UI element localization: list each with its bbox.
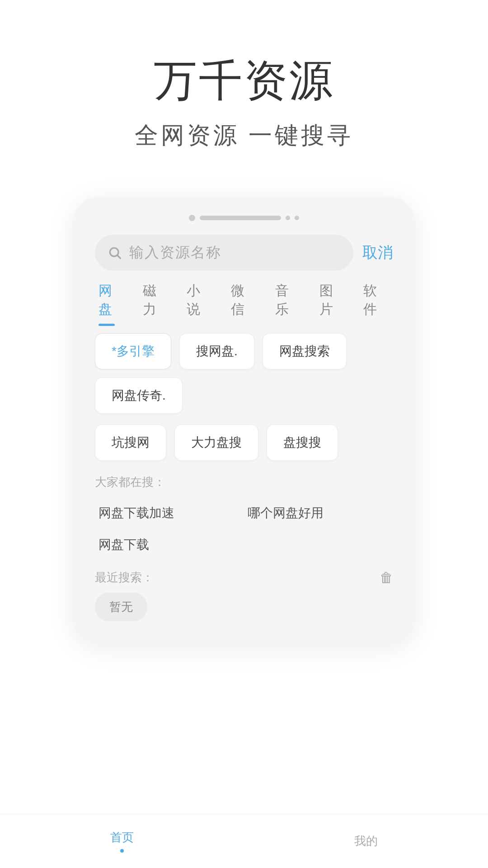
tab-cili[interactable]: 磁力 bbox=[143, 282, 169, 322]
bottom-nav: 首页 我的 bbox=[0, 814, 488, 868]
tab-weixin[interactable]: 微信 bbox=[231, 282, 257, 322]
popular-item-3[interactable] bbox=[244, 529, 393, 561]
search-input-wrap[interactable]: 输入资源名称 bbox=[95, 235, 353, 271]
status-dot-left bbox=[189, 215, 195, 221]
engine-btn-souwangpan[interactable]: 搜网盘. bbox=[179, 333, 254, 369]
popular-item-1[interactable]: 哪个网盘好用 bbox=[244, 497, 393, 529]
recent-header: 最近搜索： 🗑 bbox=[95, 570, 393, 585]
trash-icon[interactable]: 🗑 bbox=[380, 570, 393, 585]
engine-row-1: *多引擎 搜网盘. 网盘搜索 网盘传奇. bbox=[95, 333, 393, 414]
tab-active-indicator bbox=[99, 324, 115, 326]
engine-btn-multi[interactable]: *多引擎 bbox=[95, 333, 171, 369]
status-dot-mid bbox=[286, 216, 290, 220]
phone-top-bar bbox=[95, 215, 393, 221]
engine-row-2: 坑搜网 大力盘搜 盘搜搜 bbox=[95, 425, 393, 461]
engine-btn-pansousou[interactable]: 盘搜搜 bbox=[267, 425, 338, 461]
engine-btn-dalipansou[interactable]: 大力盘搜 bbox=[174, 425, 258, 461]
svg-line-1 bbox=[117, 255, 121, 259]
top-section: 万千资源 全网资源 一键搜寻 bbox=[0, 0, 488, 179]
sub-title: 全网资源 一键搜寻 bbox=[135, 120, 353, 151]
popular-item-2[interactable]: 网盘下载 bbox=[95, 529, 244, 561]
nav-home-active-dot bbox=[120, 849, 124, 853]
svg-point-0 bbox=[110, 248, 118, 257]
nav-profile-label: 我的 bbox=[354, 833, 378, 849]
category-tabs: 网盘 磁力 小说 微信 音乐 图片 软件 bbox=[95, 282, 393, 322]
search-placeholder: 输入资源名称 bbox=[129, 243, 221, 263]
popular-section-label: 大家都在搜： bbox=[95, 474, 393, 490]
tab-xiaoshuo[interactable]: 小说 bbox=[187, 282, 213, 322]
search-icon bbox=[108, 245, 122, 260]
nav-home[interactable]: 首页 bbox=[83, 825, 161, 857]
phone-mockup: 输入资源名称 取消 网盘 磁力 小说 微信 音乐 图片 软件 *多引擎 搜网盘. bbox=[72, 197, 416, 644]
cancel-button[interactable]: 取消 bbox=[362, 242, 393, 263]
status-dot-right bbox=[295, 216, 299, 220]
main-title: 万千资源 bbox=[154, 54, 334, 106]
recent-section-label: 最近搜索： bbox=[95, 570, 154, 585]
search-bar-row: 输入资源名称 取消 bbox=[95, 235, 393, 271]
tab-yinyue[interactable]: 音乐 bbox=[275, 282, 301, 322]
status-line bbox=[200, 216, 281, 220]
engine-btn-wangpansousuo[interactable]: 网盘搜索 bbox=[263, 333, 347, 369]
tab-ruanjian[interactable]: 软件 bbox=[363, 282, 389, 322]
engine-btn-kensouwan[interactable]: 坑搜网 bbox=[95, 425, 166, 461]
popular-item-0[interactable]: 网盘下载加速 bbox=[95, 497, 244, 529]
tab-wangpan[interactable]: 网盘 bbox=[99, 282, 125, 322]
engine-btn-wangpanchuanqi[interactable]: 网盘传奇. bbox=[95, 377, 183, 414]
nav-home-label: 首页 bbox=[110, 830, 134, 845]
nav-profile[interactable]: 我的 bbox=[327, 829, 405, 854]
recent-empty-tag: 暂无 bbox=[95, 593, 147, 621]
recent-tags: 暂无 bbox=[95, 593, 393, 621]
popular-grid: 网盘下载加速 哪个网盘好用 网盘下载 bbox=[95, 497, 393, 561]
tab-tupian[interactable]: 图片 bbox=[319, 282, 346, 322]
